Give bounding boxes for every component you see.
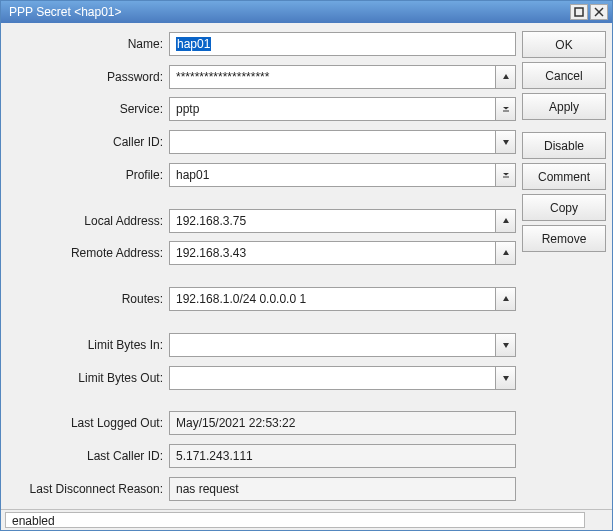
triangle-up-icon — [502, 249, 510, 257]
caller-id-toggle[interactable] — [496, 130, 516, 154]
separator — [7, 321, 516, 322]
label-last-disconnect-reason: Last Disconnect Reason: — [7, 482, 169, 496]
last-caller-id-field: 5.171.243.111 — [169, 444, 516, 468]
local-address-input[interactable]: 192.168.3.75 — [169, 209, 496, 233]
row-local-address: Local Address: 192.168.3.75 — [7, 208, 516, 234]
svg-marker-7 — [503, 173, 509, 176]
row-last-caller-id: Last Caller ID: 5.171.243.111 — [7, 443, 516, 469]
limit-bytes-in-toggle[interactable] — [496, 333, 516, 357]
profile-dropdown-button[interactable] — [496, 163, 516, 187]
last-logged-out-field: May/15/2021 22:53:22 — [169, 411, 516, 435]
row-limit-bytes-out: Limit Bytes Out: — [7, 365, 516, 391]
row-remote-address: Remote Address: 192.168.3.43 — [7, 241, 516, 267]
label-name: Name: — [7, 37, 169, 51]
label-limit-bytes-out: Limit Bytes Out: — [7, 371, 169, 385]
triangle-down-icon — [502, 374, 510, 382]
triangle-up-icon — [502, 295, 510, 303]
local-address-toggle[interactable] — [496, 209, 516, 233]
svg-marker-10 — [503, 250, 509, 255]
row-limit-bytes-in: Limit Bytes In: — [7, 332, 516, 358]
routes-toggle[interactable] — [496, 287, 516, 311]
triangle-down-icon — [502, 341, 510, 349]
label-caller-id: Caller ID: — [7, 135, 169, 149]
separator — [7, 400, 516, 401]
service-dropdown-button[interactable] — [496, 97, 516, 121]
svg-marker-4 — [503, 107, 509, 110]
row-last-logged-out: Last Logged Out: May/15/2021 22:53:22 — [7, 411, 516, 437]
password-toggle[interactable] — [496, 65, 516, 89]
label-last-logged-out: Last Logged Out: — [7, 416, 169, 430]
svg-marker-6 — [503, 140, 509, 145]
comment-button[interactable]: Comment — [522, 163, 606, 190]
client-area: Name: hap01 Password: ******************… — [1, 23, 612, 509]
svg-marker-12 — [503, 343, 509, 348]
window-title: PPP Secret <hap01> — [5, 5, 570, 19]
window: PPP Secret <hap01> Name: hap01 Password: — [0, 0, 613, 531]
profile-select[interactable]: hap01 — [169, 163, 496, 187]
svg-marker-3 — [503, 74, 509, 79]
label-remote-address: Remote Address: — [7, 246, 169, 260]
dropdown-arrow-icon — [502, 171, 510, 179]
separator — [7, 275, 516, 276]
disable-button[interactable]: Disable — [522, 132, 606, 159]
row-last-disconnect-reason: Last Disconnect Reason: nas request — [7, 476, 516, 502]
label-profile: Profile: — [7, 168, 169, 182]
button-column: OK Cancel Apply Disable Comment Copy Rem… — [522, 31, 606, 509]
restore-button[interactable] — [570, 4, 588, 20]
remote-address-input[interactable]: 192.168.3.43 — [169, 241, 496, 265]
remote-address-toggle[interactable] — [496, 241, 516, 265]
caller-id-input[interactable] — [169, 130, 496, 154]
label-routes: Routes: — [7, 292, 169, 306]
row-service: Service: pptp — [7, 97, 516, 123]
cancel-button[interactable]: Cancel — [522, 62, 606, 89]
limit-bytes-out-toggle[interactable] — [496, 366, 516, 390]
label-last-caller-id: Last Caller ID: — [7, 449, 169, 463]
copy-button[interactable]: Copy — [522, 194, 606, 221]
password-input[interactable]: ******************** — [169, 65, 496, 89]
triangle-down-icon — [502, 138, 510, 146]
svg-marker-9 — [503, 218, 509, 223]
row-password: Password: ******************** — [7, 64, 516, 90]
apply-button[interactable]: Apply — [522, 93, 606, 120]
form-column: Name: hap01 Password: ******************… — [7, 31, 516, 509]
triangle-up-icon — [502, 217, 510, 225]
limit-bytes-out-input[interactable] — [169, 366, 496, 390]
close-button[interactable] — [590, 4, 608, 20]
routes-input[interactable]: 192.168.1.0/24 0.0.0.0 1 — [169, 287, 496, 311]
statusbar: enabled — [1, 509, 612, 530]
name-value: hap01 — [176, 37, 211, 51]
label-local-address: Local Address: — [7, 214, 169, 228]
separator — [7, 197, 516, 198]
close-icon — [594, 7, 604, 17]
titlebar-buttons — [570, 4, 608, 20]
label-service: Service: — [7, 102, 169, 116]
label-limit-bytes-in: Limit Bytes In: — [7, 338, 169, 352]
last-disconnect-reason-field: nas request — [169, 477, 516, 501]
svg-marker-13 — [503, 376, 509, 381]
remove-button[interactable]: Remove — [522, 225, 606, 252]
svg-rect-0 — [575, 8, 583, 16]
ok-button[interactable]: OK — [522, 31, 606, 58]
label-password: Password: — [7, 70, 169, 84]
dropdown-arrow-icon — [502, 105, 510, 113]
restore-icon — [574, 7, 584, 17]
status-text: enabled — [5, 512, 585, 528]
svg-marker-11 — [503, 296, 509, 301]
triangle-up-icon — [502, 73, 510, 81]
row-caller-id: Caller ID: — [7, 129, 516, 155]
row-name: Name: hap01 — [7, 31, 516, 57]
service-select[interactable]: pptp — [169, 97, 496, 121]
row-routes: Routes: 192.168.1.0/24 0.0.0.0 1 — [7, 286, 516, 312]
row-profile: Profile: hap01 — [7, 162, 516, 188]
name-input[interactable]: hap01 — [169, 32, 516, 56]
limit-bytes-in-input[interactable] — [169, 333, 496, 357]
titlebar: PPP Secret <hap01> — [1, 1, 612, 23]
